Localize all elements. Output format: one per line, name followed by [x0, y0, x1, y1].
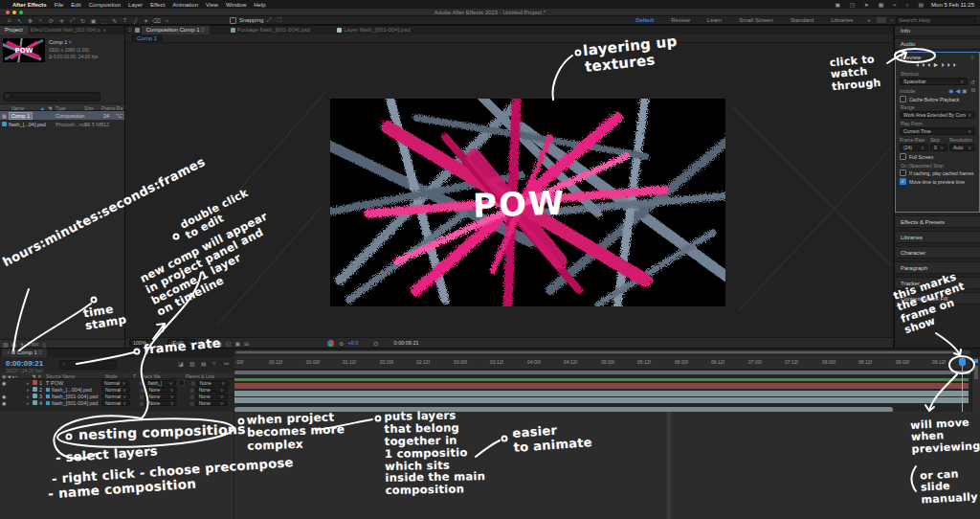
- include-video-icon[interactable]: ◉: [948, 87, 953, 94]
- tab-footage[interactable]: Footage flash_[001-004].psd: [237, 27, 310, 33]
- status-icons[interactable]: ▣ ◳ ➤ ▦ ⌁ ⌕ ▤: [835, 1, 927, 9]
- trash-icon[interactable]: ▯: [43, 341, 46, 348]
- paragraph-panel-header[interactable]: Paragraph: [895, 261, 980, 274]
- brush-tool-icon[interactable]: ╱: [130, 17, 141, 24]
- frame-blending-icon[interactable]: ▤: [201, 360, 207, 367]
- layer-name[interactable]: flash_[001-004].psd: [52, 400, 101, 406]
- layer-color-chip[interactable]: [33, 380, 37, 385]
- comp-panel-menu-icon[interactable]: ≡: [128, 27, 132, 33]
- view-layout-icon[interactable]: ⊟: [244, 340, 249, 347]
- work-area-bar[interactable]: [234, 371, 970, 374]
- layer-bar-1[interactable]: [234, 378, 969, 381]
- snapping-options-icon[interactable]: ⤢: [263, 17, 274, 24]
- timeline-search-field[interactable]: ⌕: [59, 360, 117, 370]
- pan-camera-tool-icon[interactable]: ✛: [56, 17, 67, 24]
- flowchart-icon[interactable]: ⌥: [116, 112, 122, 119]
- play-from-select[interactable]: Current Time∨: [900, 127, 975, 135]
- menu-composition[interactable]: Composition: [89, 2, 121, 8]
- search-help-input[interactable]: [896, 16, 976, 25]
- timeline-tab-close-icon[interactable]: ×: [7, 350, 11, 355]
- workspace-tab-learn[interactable]: Learn: [707, 17, 722, 23]
- info-panel-header[interactable]: Info: [895, 25, 980, 36]
- eye-icon[interactable]: ◉: [2, 400, 10, 406]
- skip-select[interactable]: 0∨: [930, 144, 947, 151]
- transparency-grid-icon[interactable]: ◱: [226, 340, 232, 347]
- blend-mode-select[interactable]: Normal∨: [100, 380, 129, 386]
- last-frame-button[interactable]: ⏵⏵: [947, 62, 959, 68]
- range-select[interactable]: Work Area Extended By Current ...∨: [900, 111, 975, 119]
- workspace-tab-libraries[interactable]: Libraries: [831, 17, 853, 23]
- frame-rate-select[interactable]: (24)∨: [900, 144, 928, 151]
- mask-visibility-icon[interactable]: ⛶: [274, 17, 284, 24]
- eye-icon[interactable]: ◉: [2, 380, 10, 386]
- primary-viewer-icon[interactable]: ⧉: [971, 87, 975, 94]
- layer-color-chip[interactable]: [33, 400, 37, 405]
- libraries-panel-header[interactable]: Libraries: [895, 231, 980, 243]
- shortcut-select[interactable]: Spacebar∨: [900, 78, 968, 85]
- preview-panel-menu-icon[interactable]: ≡: [970, 55, 974, 60]
- tab-layer[interactable]: Layer flash_[001-004].psd: [344, 27, 410, 33]
- timeline-current-time[interactable]: 0:00:09:21: [6, 359, 43, 368]
- move-time-checkbox[interactable]: [900, 178, 906, 185]
- parent-select[interactable]: None∨: [195, 400, 228, 406]
- traffic-light-minimize[interactable]: [12, 11, 16, 14]
- selection-tool-icon[interactable]: ↖: [14, 17, 25, 24]
- tab-effect-controls[interactable]: Effect Controls flash_[001-004].p: [28, 27, 103, 33]
- menu-edit[interactable]: Edit: [71, 2, 80, 8]
- layer-name[interactable]: POW: [51, 380, 100, 386]
- layer-row-2[interactable]: ▸ 2 flash_[...004].psd Normal∨ ◎ None∨ ◎…: [0, 386, 234, 393]
- parent-select[interactable]: None∨: [195, 394, 228, 399]
- cache-before-playback-checkbox[interactable]: [900, 96, 906, 102]
- timeline-v-scrollbar[interactable]: [971, 357, 980, 413]
- shape-tool-icon[interactable]: ⬚: [99, 17, 109, 24]
- layer-name[interactable]: flash_[...004].psd: [52, 387, 101, 393]
- new-comp-icon[interactable]: ▣: [11, 341, 17, 348]
- track-matte-select[interactable]: flash_)∨: [144, 380, 176, 386]
- menu-app-name[interactable]: After Effects: [12, 2, 47, 8]
- camera-tool-icon[interactable]: ▣: [88, 17, 99, 24]
- menu-file[interactable]: File: [55, 2, 64, 8]
- layer-row-3[interactable]: ◉ ▸ 3 flash_[001-004].psd Normal∨ ◎ None…: [0, 393, 234, 399]
- resolution-preview-select[interactable]: Auto∨: [949, 144, 975, 151]
- eraser-tool-icon[interactable]: ⌫: [151, 17, 162, 24]
- pen-tool-icon[interactable]: ✎: [109, 17, 120, 24]
- track-matte-select[interactable]: None∨: [145, 387, 177, 393]
- adjust-icon[interactable]: ✈: [19, 341, 24, 348]
- character-panel-header[interactable]: Character: [895, 246, 980, 259]
- blend-mode-select[interactable]: Normal∨: [101, 387, 130, 393]
- puppet-tool-icon[interactable]: ✧: [162, 17, 172, 24]
- menu-animation[interactable]: Animation: [172, 2, 198, 8]
- blend-mode-select[interactable]: Normal∨: [101, 400, 130, 406]
- play-button[interactable]: ▶: [933, 62, 941, 68]
- motion-blur-icon[interactable]: ⌗: [212, 360, 215, 367]
- dolly-tool-icon[interactable]: ⤢: [67, 17, 78, 24]
- preview-panel-header[interactable]: Preview≡: [896, 53, 979, 61]
- reset-icon[interactable]: ↺: [970, 79, 975, 85]
- rotation-tool-icon[interactable]: ↻: [78, 17, 88, 24]
- layer-bar-3[interactable]: [234, 391, 969, 396]
- first-frame-button[interactable]: ⏴⏴: [916, 62, 927, 68]
- layer-row-1[interactable]: ◉ ▸ 1 T POW Normal∨ ◎ flash_)∨ ◎ None∨: [0, 379, 234, 386]
- new-folder-icon[interactable]: ▥: [3, 341, 9, 348]
- project-bit-depth[interactable]: 8 bpc: [27, 341, 38, 347]
- layer-name[interactable]: flash_[001-004].psd: [52, 394, 101, 399]
- viewer-tab-comp1[interactable]: Comp 1: [131, 34, 163, 43]
- audio-panel-header[interactable]: Audio: [895, 38, 980, 50]
- fast-previews-icon[interactable]: ⚙: [339, 340, 344, 347]
- composition-mini-flowchart-icon[interactable]: ◪: [178, 360, 184, 367]
- traffic-light-close[interactable]: [6, 11, 10, 14]
- menu-effect[interactable]: Effect: [150, 2, 165, 8]
- project-row-psd[interactable]: flash_[...04].psd Photosh...nce 59.5 MB …: [0, 120, 124, 128]
- layer-color-chip[interactable]: [33, 387, 37, 392]
- include-audio-icon[interactable]: ◀: [955, 87, 960, 94]
- eye-icon[interactable]: ◉: [2, 394, 10, 399]
- orbit-tool-icon[interactable]: ⟳: [46, 17, 56, 24]
- effects-presets-panel-header[interactable]: Effects & Presets: [895, 215, 980, 228]
- comp-current-time[interactable]: 0:00:09:21: [394, 340, 419, 346]
- timeline-tab[interactable]: × Comp 1 ≡: [2, 349, 47, 357]
- workspace-overflow-chevron[interactable]: »: [867, 17, 870, 23]
- menu-view[interactable]: View: [206, 2, 218, 8]
- playhead-marker[interactable]: [959, 358, 966, 366]
- project-row-name[interactable]: Comp 1: [9, 112, 33, 120]
- channels-icon[interactable]: [327, 340, 334, 347]
